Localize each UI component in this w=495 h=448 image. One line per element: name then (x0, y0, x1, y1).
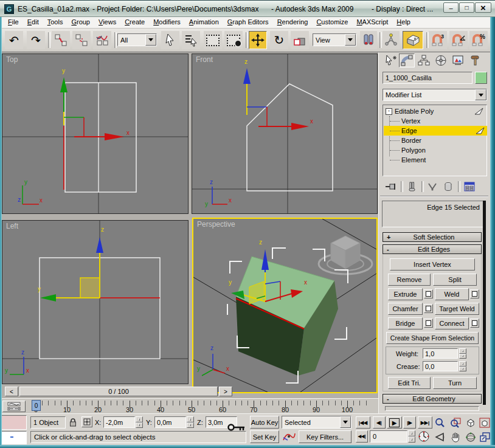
remove-button[interactable]: Remove (388, 274, 431, 286)
select-and-move-button[interactable] (249, 31, 267, 49)
menu-help[interactable]: Help (392, 17, 415, 27)
stack-row-element[interactable]: Element (384, 155, 486, 165)
previous-frame-button[interactable]: ◀| (373, 416, 386, 429)
configure-modifier-sets-button[interactable] (462, 181, 477, 193)
menu-customize[interactable]: Customize (312, 17, 352, 27)
zoom-all-button[interactable] (448, 416, 462, 429)
current-frame-spinner[interactable] (408, 430, 415, 443)
spinner-up-icon[interactable] (136, 416, 143, 422)
rollout-edit-geometry[interactable]: - Edit Geometry (382, 394, 482, 404)
rollout-edit-edges[interactable]: - Edit Edges (382, 244, 482, 254)
go-to-end-button[interactable]: ▶▶| (418, 416, 432, 429)
arc-rotate-button[interactable] (463, 430, 477, 444)
auto-key-button[interactable]: Auto Key (250, 416, 279, 429)
stack-row-polygon[interactable]: Polygon (384, 145, 486, 155)
maxscript-mini-listener-white[interactable] (1, 431, 27, 444)
tab-hierarchy[interactable] (416, 53, 432, 67)
zoom-extents-button[interactable] (463, 416, 477, 429)
percent-snap-button[interactable]: % (469, 31, 488, 49)
menu-maxscript[interactable]: MAXScript (352, 17, 392, 27)
spinner-down-icon[interactable] (408, 436, 415, 443)
menu-file[interactable]: File (4, 17, 23, 27)
stack-row-edge[interactable]: Edge (384, 126, 487, 136)
close-button[interactable]: × (475, 2, 491, 13)
menu-group[interactable]: Group (67, 17, 94, 27)
key-mode-dropdown[interactable]: Selected (282, 416, 351, 429)
modifier-list-arrow[interactable] (475, 89, 486, 100)
stack-expand-toggle[interactable]: - (386, 108, 392, 115)
unlink-selection-button[interactable] (72, 31, 91, 49)
pin-stack-button[interactable] (384, 181, 398, 193)
weight-spinner[interactable] (459, 348, 466, 359)
menu-rendering[interactable]: Rendering (273, 17, 313, 27)
tab-utilities[interactable] (467, 53, 483, 67)
select-and-manipulate-button[interactable] (382, 31, 400, 49)
absolute-offset-toggle-button[interactable] (81, 416, 92, 427)
spinner-down-icon[interactable] (459, 367, 466, 372)
rollout-soft-selection[interactable]: + Soft Selection (382, 232, 482, 242)
mini-curve-editor-button[interactable] (2, 401, 26, 412)
select-and-link-button[interactable] (52, 31, 70, 49)
connect-button[interactable]: Connect (435, 317, 469, 329)
spinner-down-icon[interactable] (187, 422, 194, 429)
maxscript-mini-listener-pink[interactable] (1, 415, 27, 430)
y-coord-spinner[interactable] (187, 416, 194, 428)
menu-tools[interactable]: Tools (43, 17, 68, 27)
spinner-up-icon[interactable] (408, 430, 415, 436)
time-configuration-button[interactable] (418, 430, 431, 443)
time-slider-next-frame[interactable]: > (219, 387, 232, 396)
title-bar[interactable]: G ES_Casilla_01a2.max - Project Folder: … (0, 0, 495, 17)
redo-button[interactable]: ↷ (27, 31, 45, 49)
bind-to-space-warp-button[interactable] (93, 31, 111, 49)
viewport-front-label[interactable]: Front (196, 55, 213, 64)
viewport-left[interactable]: Left z y z y x (2, 220, 189, 384)
bridge-button[interactable]: Bridge (388, 317, 423, 329)
field-of-view-button[interactable] (433, 430, 447, 444)
selection-lock-toggle[interactable] (69, 418, 78, 427)
current-frame-field[interactable]: 0 (370, 430, 407, 443)
zoom-extents-all-button[interactable] (479, 416, 491, 429)
zoom-button[interactable] (433, 416, 447, 429)
play-animation-button[interactable]: ▶ (387, 416, 402, 429)
viewport-left-label[interactable]: Left (6, 222, 18, 230)
viewport-perspective[interactable]: Perspective (192, 218, 378, 393)
menu-create[interactable]: Create (120, 17, 149, 27)
key-mode-toggle-button[interactable]: ◀◀| (356, 430, 368, 443)
spinner-up-icon[interactable] (459, 348, 466, 354)
viewport-perspective-label[interactable]: Perspective (197, 220, 235, 229)
menu-modifiers[interactable]: Modifiers (149, 17, 185, 27)
spinner-up-icon[interactable] (459, 361, 466, 367)
weld-button[interactable]: Weld (435, 288, 469, 300)
key-mode-arrow[interactable] (340, 416, 351, 428)
angle-snap-button[interactable] (449, 31, 468, 49)
maximize-viewport-toggle-button[interactable] (479, 430, 491, 444)
next-frame-button[interactable]: |▶ (403, 416, 416, 429)
spinner-up-icon[interactable] (187, 416, 194, 422)
tab-display[interactable] (450, 53, 466, 67)
set-key-filters-curve-button[interactable] (282, 430, 296, 443)
select-and-rotate-button[interactable]: ↻ (270, 31, 288, 49)
extrude-button[interactable]: Extrude (388, 288, 423, 300)
viewport-top-label[interactable]: Top (6, 55, 18, 64)
split-button[interactable]: Split (433, 274, 477, 286)
spinner-down-icon[interactable] (459, 354, 466, 359)
x-coord-spinner[interactable] (136, 416, 143, 428)
weld-settings-button[interactable] (470, 289, 479, 298)
selection-filter-dropdown[interactable]: All (117, 33, 157, 46)
select-object-button[interactable] (161, 31, 179, 49)
rectangular-selection-region-button[interactable] (204, 31, 222, 49)
target-weld-button[interactable]: Target Weld (435, 303, 479, 315)
keyboard-shortcut-override-button[interactable] (403, 31, 423, 49)
edit-tri-button[interactable]: Edit Tri. (388, 377, 431, 389)
time-slider-prev-frame[interactable]: < (5, 387, 18, 396)
make-unique-button[interactable] (425, 181, 440, 193)
tab-modify[interactable] (399, 53, 415, 67)
minimize-button[interactable]: – (443, 2, 459, 13)
go-to-start-button[interactable]: |◀◀ (356, 416, 370, 429)
menu-edit[interactable]: Edit (23, 17, 43, 27)
time-slider[interactable]: 0 / 100 (19, 387, 218, 396)
bridge-settings-button[interactable] (424, 319, 433, 328)
turn-button[interactable]: Turn (433, 377, 477, 389)
select-and-scale-button[interactable] (291, 31, 309, 49)
chamfer-settings-button[interactable] (424, 304, 433, 313)
